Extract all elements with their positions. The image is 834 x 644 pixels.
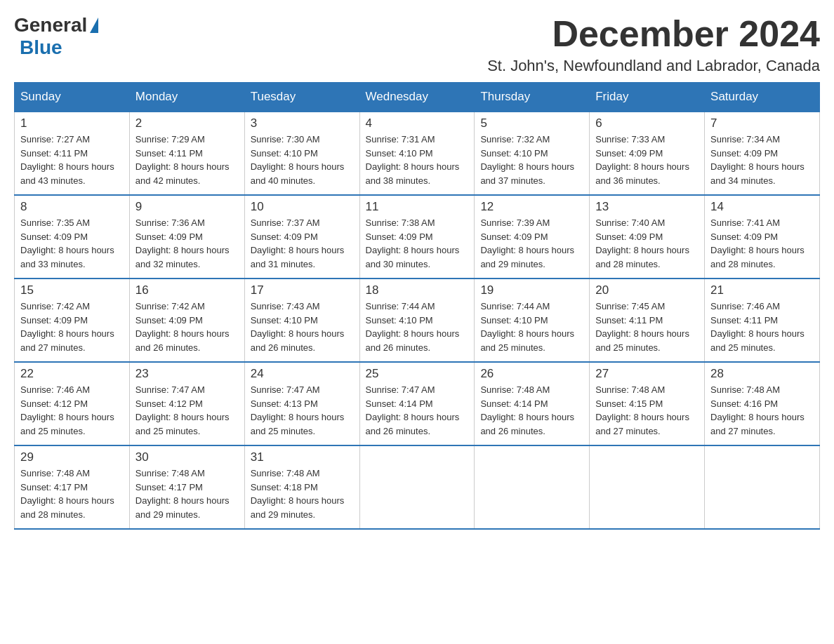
day-info: Sunrise: 7:36 AMSunset: 4:09 PMDaylight:… xyxy=(135,216,239,271)
day-number: 15 xyxy=(20,283,124,297)
day-info: Sunrise: 7:43 AMSunset: 4:10 PMDaylight:… xyxy=(251,300,354,354)
day-number: 7 xyxy=(710,116,814,130)
logo-general-text: General xyxy=(14,14,87,36)
calendar-cell: 29 Sunrise: 7:48 AMSunset: 4:17 PMDaylig… xyxy=(15,445,130,529)
day-number: 21 xyxy=(710,283,814,297)
calendar-cell: 25 Sunrise: 7:47 AMSunset: 4:14 PMDaylig… xyxy=(359,362,475,445)
calendar-cell: 30 Sunrise: 7:48 AMSunset: 4:17 PMDaylig… xyxy=(129,445,244,529)
calendar-cell: 17 Sunrise: 7:43 AMSunset: 4:10 PMDaylig… xyxy=(244,279,359,362)
day-number: 9 xyxy=(135,200,239,214)
day-info: Sunrise: 7:40 AMSunset: 4:09 PMDaylight:… xyxy=(595,216,699,271)
day-number: 4 xyxy=(366,116,469,130)
calendar-cell: 21 Sunrise: 7:46 AMSunset: 4:11 PMDaylig… xyxy=(705,279,820,362)
day-info: Sunrise: 7:48 AMSunset: 4:17 PMDaylight:… xyxy=(135,467,239,521)
subtitle: St. John's, Newfoundland and Labrador, C… xyxy=(487,57,820,75)
day-number: 23 xyxy=(135,367,239,381)
calendar-header-wednesday: Wednesday xyxy=(359,83,475,112)
calendar-cell: 7 Sunrise: 7:34 AMSunset: 4:09 PMDayligh… xyxy=(705,112,820,195)
day-number: 28 xyxy=(710,367,814,381)
day-number: 25 xyxy=(366,367,469,381)
day-info: Sunrise: 7:31 AMSunset: 4:10 PMDaylight:… xyxy=(366,133,469,187)
day-number: 6 xyxy=(595,116,699,130)
day-number: 13 xyxy=(595,200,699,214)
day-info: Sunrise: 7:48 AMSunset: 4:15 PMDaylight:… xyxy=(595,383,699,438)
day-info: Sunrise: 7:29 AMSunset: 4:11 PMDaylight:… xyxy=(135,133,239,187)
calendar-cell: 2 Sunrise: 7:29 AMSunset: 4:11 PMDayligh… xyxy=(129,112,244,195)
day-info: Sunrise: 7:42 AMSunset: 4:09 PMDaylight:… xyxy=(135,300,239,354)
calendar-week-row: 29 Sunrise: 7:48 AMSunset: 4:17 PMDaylig… xyxy=(15,445,820,529)
day-info: Sunrise: 7:39 AMSunset: 4:09 PMDaylight:… xyxy=(480,216,583,271)
calendar-header-thursday: Thursday xyxy=(475,83,590,112)
calendar-cell: 18 Sunrise: 7:44 AMSunset: 4:10 PMDaylig… xyxy=(359,279,475,362)
day-info: Sunrise: 7:42 AMSunset: 4:09 PMDaylight:… xyxy=(20,300,124,354)
calendar-header-monday: Monday xyxy=(129,83,244,112)
calendar-cell: 31 Sunrise: 7:48 AMSunset: 4:18 PMDaylig… xyxy=(244,445,359,529)
calendar-cell: 28 Sunrise: 7:48 AMSunset: 4:16 PMDaylig… xyxy=(705,362,820,445)
day-info: Sunrise: 7:44 AMSunset: 4:10 PMDaylight:… xyxy=(366,300,469,354)
day-number: 27 xyxy=(595,367,699,381)
day-info: Sunrise: 7:48 AMSunset: 4:16 PMDaylight:… xyxy=(710,383,814,438)
day-number: 22 xyxy=(20,367,124,381)
day-info: Sunrise: 7:48 AMSunset: 4:14 PMDaylight:… xyxy=(480,383,583,438)
day-number: 17 xyxy=(251,283,354,297)
day-number: 30 xyxy=(135,450,239,464)
day-number: 19 xyxy=(480,283,583,297)
day-info: Sunrise: 7:34 AMSunset: 4:09 PMDaylight:… xyxy=(710,133,814,187)
calendar-header-tuesday: Tuesday xyxy=(244,83,359,112)
calendar-cell: 24 Sunrise: 7:47 AMSunset: 4:13 PMDaylig… xyxy=(244,362,359,445)
calendar-week-row: 8 Sunrise: 7:35 AMSunset: 4:09 PMDayligh… xyxy=(15,195,820,279)
day-info: Sunrise: 7:46 AMSunset: 4:11 PMDaylight:… xyxy=(710,300,814,354)
day-info: Sunrise: 7:33 AMSunset: 4:09 PMDaylight:… xyxy=(595,133,699,187)
day-number: 20 xyxy=(595,283,699,297)
calendar-cell: 9 Sunrise: 7:36 AMSunset: 4:09 PMDayligh… xyxy=(129,195,244,279)
calendar-cell: 26 Sunrise: 7:48 AMSunset: 4:14 PMDaylig… xyxy=(475,362,590,445)
calendar-cell: 4 Sunrise: 7:31 AMSunset: 4:10 PMDayligh… xyxy=(359,112,475,195)
day-number: 3 xyxy=(251,116,354,130)
calendar-cell: 8 Sunrise: 7:35 AMSunset: 4:09 PMDayligh… xyxy=(15,195,130,279)
calendar-header-row: SundayMondayTuesdayWednesdayThursdayFrid… xyxy=(15,83,820,112)
header: General Blue December 2024 St. John's, N… xyxy=(14,14,820,75)
calendar-cell: 27 Sunrise: 7:48 AMSunset: 4:15 PMDaylig… xyxy=(590,362,705,445)
calendar-week-row: 22 Sunrise: 7:46 AMSunset: 4:12 PMDaylig… xyxy=(15,362,820,445)
calendar-cell: 11 Sunrise: 7:38 AMSunset: 4:09 PMDaylig… xyxy=(359,195,475,279)
logo-blue-text: Blue xyxy=(20,36,62,59)
calendar-cell: 22 Sunrise: 7:46 AMSunset: 4:12 PMDaylig… xyxy=(15,362,130,445)
calendar-cell: 14 Sunrise: 7:41 AMSunset: 4:09 PMDaylig… xyxy=(705,195,820,279)
calendar-header-friday: Friday xyxy=(590,83,705,112)
day-info: Sunrise: 7:44 AMSunset: 4:10 PMDaylight:… xyxy=(480,300,583,354)
calendar-cell: 3 Sunrise: 7:30 AMSunset: 4:10 PMDayligh… xyxy=(244,112,359,195)
day-info: Sunrise: 7:48 AMSunset: 4:17 PMDaylight:… xyxy=(20,467,124,521)
calendar: SundayMondayTuesdayWednesdayThursdayFrid… xyxy=(14,82,820,530)
day-number: 5 xyxy=(480,116,583,130)
page-title: December 2024 xyxy=(487,14,820,54)
day-number: 10 xyxy=(251,200,354,214)
day-info: Sunrise: 7:47 AMSunset: 4:13 PMDaylight:… xyxy=(251,383,354,438)
day-info: Sunrise: 7:30 AMSunset: 4:10 PMDaylight:… xyxy=(251,133,354,187)
day-number: 26 xyxy=(480,367,583,381)
day-number: 16 xyxy=(135,283,239,297)
day-info: Sunrise: 7:48 AMSunset: 4:18 PMDaylight:… xyxy=(251,467,354,521)
calendar-cell xyxy=(359,445,475,529)
calendar-week-row: 15 Sunrise: 7:42 AMSunset: 4:09 PMDaylig… xyxy=(15,279,820,362)
calendar-cell: 6 Sunrise: 7:33 AMSunset: 4:09 PMDayligh… xyxy=(590,112,705,195)
day-info: Sunrise: 7:38 AMSunset: 4:09 PMDaylight:… xyxy=(366,216,469,271)
calendar-cell xyxy=(475,445,590,529)
calendar-cell: 23 Sunrise: 7:47 AMSunset: 4:12 PMDaylig… xyxy=(129,362,244,445)
calendar-cell: 1 Sunrise: 7:27 AMSunset: 4:11 PMDayligh… xyxy=(15,112,130,195)
calendar-header-saturday: Saturday xyxy=(705,83,820,112)
day-number: 31 xyxy=(251,450,354,464)
day-info: Sunrise: 7:47 AMSunset: 4:12 PMDaylight:… xyxy=(135,383,239,438)
calendar-header-sunday: Sunday xyxy=(15,83,130,112)
calendar-cell: 12 Sunrise: 7:39 AMSunset: 4:09 PMDaylig… xyxy=(475,195,590,279)
day-number: 1 xyxy=(20,116,124,130)
day-number: 12 xyxy=(480,200,583,214)
calendar-cell: 19 Sunrise: 7:44 AMSunset: 4:10 PMDaylig… xyxy=(475,279,590,362)
calendar-cell xyxy=(590,445,705,529)
day-info: Sunrise: 7:32 AMSunset: 4:10 PMDaylight:… xyxy=(480,133,583,187)
calendar-week-row: 1 Sunrise: 7:27 AMSunset: 4:11 PMDayligh… xyxy=(15,112,820,195)
day-number: 29 xyxy=(20,450,124,464)
day-info: Sunrise: 7:27 AMSunset: 4:11 PMDaylight:… xyxy=(20,133,124,187)
day-number: 8 xyxy=(20,200,124,214)
calendar-cell xyxy=(705,445,820,529)
day-info: Sunrise: 7:46 AMSunset: 4:12 PMDaylight:… xyxy=(20,383,124,438)
